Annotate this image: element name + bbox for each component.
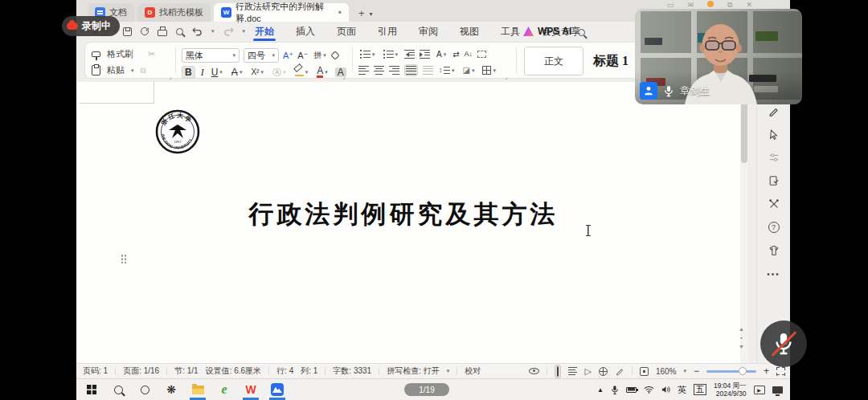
annotate-pen-icon[interactable] [768,104,780,117]
tray-mic-icon[interactable] [611,385,619,395]
spellcheck-dropdown-icon[interactable]: ▾ [447,368,450,374]
redo-icon[interactable] [223,27,234,36]
undo-dropdown-icon[interactable]: ▾ [211,28,215,35]
cut-icon[interactable]: ✂ [148,49,155,59]
cortana-button[interactable] [137,379,152,400]
ribbon-tab-reference[interactable]: 引用 [376,22,399,41]
zoom-slider-handle[interactable] [739,367,747,375]
paragraph-drag-handle[interactable] [121,254,127,263]
wps-office-button[interactable]: W [244,379,258,400]
show-desktop-icon[interactable] [772,386,783,394]
next-page-icon[interactable]: ▼ [739,344,744,349]
ribbon-tab-insert[interactable]: 插入 [294,22,317,41]
wifi-icon[interactable] [644,386,654,394]
font-color-button[interactable]: A▾ [315,64,330,80]
underline-button[interactable]: U▾ [210,66,224,79]
status-pages[interactable]: 页面: 1/16 [123,365,159,377]
edit-mode-icon[interactable] [615,366,624,376]
file-explorer-button[interactable] [190,379,205,400]
show-marks-icon[interactable] [477,51,486,58]
justify-button[interactable] [404,64,418,76]
ime-mode[interactable]: 五 [694,384,706,395]
skin-theme-icon[interactable] [768,244,780,257]
distribute-icon[interactable] [423,66,433,75]
tray-expand-icon[interactable]: ▲ [597,386,604,394]
paste-button[interactable]: 粘贴 ▾ ⧉ [92,64,146,76]
paragraph-group-expand-icon[interactable]: ⌟ [505,73,508,80]
pinwheel-app-button[interactable]: ❋ [164,379,178,400]
taskbar-clock[interactable]: 19:04 周一 2024/9/30 [714,382,747,398]
font-group-expand-icon[interactable]: ⌟ [342,73,346,80]
tab-docer-templates[interactable]: D 找稻壳模板 [137,3,211,22]
ribbon-tab-review[interactable]: 审阅 [417,22,440,41]
bold-button[interactable]: B [182,66,195,79]
fit-page-icon[interactable] [640,367,649,376]
status-spellcheck[interactable]: 拼写检查: 打开 [387,365,440,377]
battery-icon[interactable] [626,387,637,393]
new-tab-button[interactable]: + [358,7,365,19]
zoom-in-button[interactable]: + [764,365,769,377]
save-icon[interactable] [123,27,132,36]
tools-icon[interactable] [768,198,780,210]
more-options-icon[interactable]: ••• [768,267,780,280]
ribbon-tab-home[interactable]: 开始 [253,22,276,41]
ie-browser-button[interactable]: e [217,379,231,400]
font-size-select[interactable]: 四号▾ [244,48,279,63]
document-canvas[interactable]: 浙 江 大 学 1897 ZHEJIANG UNIVERSITY 行政法判例研究… [76,82,748,363]
fullscreen-icon[interactable] [776,367,785,376]
pinyin-guide-button[interactable]: 拼▾ [312,50,328,61]
align-left-icon[interactable] [358,66,369,75]
start-button[interactable] [84,379,99,400]
webcam-overlay[interactable]: 章剑生 [635,9,802,104]
video-playback-tray-icon[interactable]: ▶ [754,386,765,394]
export-icon[interactable] [141,27,149,35]
numbered-list-button[interactable]: ▾ [382,48,400,60]
grow-font-button[interactable]: A⁺ [283,51,293,60]
document-title[interactable]: 行政法判例研究及其方法 [125,198,682,231]
sort-button[interactable]: A↓ [465,51,473,58]
ribbon-tab-tools[interactable]: 工具 [499,22,522,41]
borders-button[interactable]: ▾ [481,64,497,76]
browse-object-icon[interactable]: ▪ [740,335,742,341]
superscript-button[interactable]: X²▾ [249,67,265,78]
print-icon[interactable] [158,30,167,36]
align-right-icon[interactable] [389,66,399,75]
zoom-level[interactable]: 160% [656,367,677,376]
copy-icon[interactable]: ⧉ [141,66,146,76]
text-effects-button[interactable]: A▾ [271,67,288,78]
line-spacing-button[interactable]: ▾ [438,64,457,76]
search-icon[interactable] [578,29,585,36]
ime-language[interactable]: 英 [678,384,686,396]
tab-current-document[interactable]: W 行政法研究中的判例解释.doc • [214,3,349,22]
undo-icon[interactable] [192,27,203,36]
taskbar-search-button[interactable] [111,379,125,400]
member-icon[interactable] [707,1,714,7]
meeting-app-button[interactable] [270,379,285,400]
text-direction-button[interactable]: A▾ [435,49,448,60]
zoom-slider[interactable] [706,370,756,373]
mute-microphone-button[interactable] [760,320,807,367]
ribbon-tab-view[interactable]: 视图 [458,22,481,41]
decrease-indent-icon[interactable] [404,50,415,59]
clipboard-group-expand-icon[interactable]: ⌟ [169,73,172,80]
increase-indent-icon[interactable] [420,50,430,59]
quickbar-customize-icon[interactable]: ▾ [243,28,246,35]
style-heading1[interactable]: 标题 1 [593,53,628,70]
adjust-sliders-icon[interactable] [768,151,780,164]
clear-format-icon[interactable] [330,51,339,59]
eye-protect-icon[interactable] [529,368,539,374]
highlight-button[interactable]: ▾ [293,66,310,78]
wrap-button[interactable]: ⇄ [452,51,459,59]
bullet-list-button[interactable]: ▾ [358,48,377,60]
shrink-font-button[interactable]: A⁻ [297,51,308,60]
select-cursor-icon[interactable] [768,128,780,141]
page-view-button[interactable] [555,365,561,378]
status-word-count[interactable]: 字数: 3331 [333,365,371,377]
speaker-icon[interactable] [661,386,670,394]
previous-page-icon[interactable]: ▲ [739,326,744,332]
ribbon-tab-page[interactable]: 页面 [335,22,358,41]
style-normal[interactable]: 正文 [524,47,583,76]
proof-edit-icon[interactable] [768,174,780,187]
zoom-out-button[interactable]: − [694,365,699,377]
zoom-dropdown-icon[interactable]: ▾ [683,368,686,374]
